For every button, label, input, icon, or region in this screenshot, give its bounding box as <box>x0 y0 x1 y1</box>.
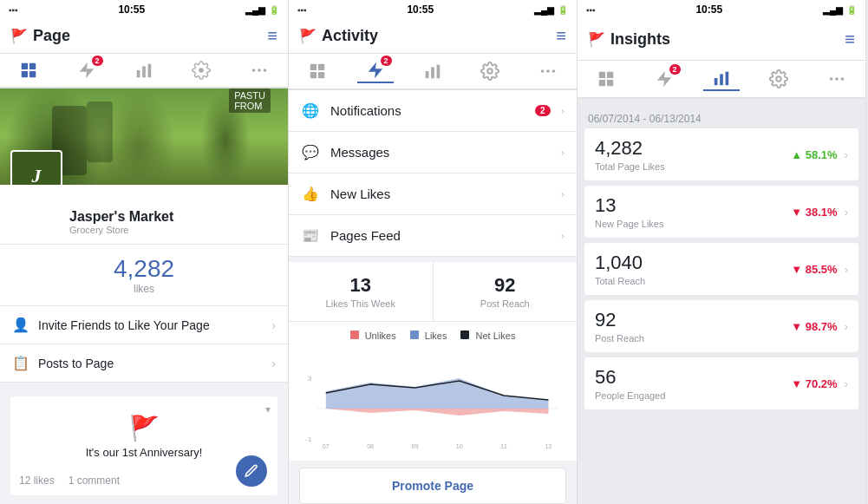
tab-settings-3[interactable] <box>760 68 797 90</box>
tab-chart-1[interactable] <box>126 59 162 82</box>
legend-unlikes: Unlikes <box>350 331 396 341</box>
svg-rect-13 <box>318 64 324 70</box>
likes-this-week-stat: 13 Likes This Week <box>289 262 434 321</box>
net-dot <box>460 331 469 339</box>
carrier-text-3: ▪▪▪ <box>586 5 596 15</box>
page-category: Grocery Store <box>69 225 277 235</box>
tab-more-1[interactable] <box>241 59 277 82</box>
tab-activity-1[interactable]: 2 <box>69 59 105 82</box>
tab-settings-2[interactable] <box>472 60 508 82</box>
time-3: 10:55 <box>695 3 722 16</box>
likes-count: 4,282 <box>10 255 277 283</box>
page-name: Jasper's Market <box>69 209 277 225</box>
insight-post-reach-left: 92 Post Reach <box>595 309 644 344</box>
unlikes-dot <box>350 331 359 339</box>
invite-label: Invite Friends to Like Your Page <box>38 318 263 332</box>
hamburger-menu-2[interactable]: ≡ <box>556 26 566 46</box>
svg-rect-36 <box>607 72 613 78</box>
svg-marker-4 <box>79 62 94 78</box>
svg-rect-5 <box>137 70 140 77</box>
svg-point-9 <box>252 69 256 72</box>
tab-chart-2[interactable] <box>414 60 451 82</box>
status-icons-1: ▂▄▆ 🔋 <box>245 5 279 15</box>
likes-week-num: 13 <box>296 274 426 297</box>
post-reach-stat: 92 Post Reach <box>434 262 578 321</box>
header-right-1: ≡ <box>267 26 277 46</box>
insight-people-engaged-left: 56 People Engaged <box>595 366 665 401</box>
insight-post-reach-lbl: Post Reach <box>595 333 644 344</box>
person-icon: 👤 <box>12 317 29 333</box>
time-1: 10:55 <box>118 3 145 16</box>
new-likes-item[interactable]: 👍 New Likes › <box>289 173 577 215</box>
flag-icon-3: 🚩 <box>588 31 605 48</box>
insight-people-engaged-right: ▼ 70.2% › <box>791 377 848 390</box>
chart-visualization: 3 -1 07 08 09 10 11 12 <box>299 348 566 452</box>
svg-point-46 <box>840 77 844 81</box>
likes-section: 4,282 likes <box>0 245 288 306</box>
insight-total-reach[interactable]: 1,040 Total Reach ▼ 85.5% › <box>584 243 858 295</box>
chevron-insight-1: › <box>845 206 848 219</box>
svg-point-44 <box>830 77 833 81</box>
insight-total-likes[interactable]: 4,282 Total Page Likes ▲ 58.1% › <box>584 128 858 180</box>
status-bar-2: ▪▪▪ 10:55 ▂▄▆ 🔋 <box>289 0 577 19</box>
post-reach-num: 92 <box>441 274 571 297</box>
insight-post-reach-num: 92 <box>595 309 644 331</box>
chevron-feed: › <box>561 229 565 242</box>
tab-settings-1[interactable] <box>183 59 219 82</box>
insight-total-likes-num: 4,282 <box>595 137 665 160</box>
svg-point-45 <box>835 77 839 81</box>
svg-rect-2 <box>22 71 28 77</box>
pages-feed-item[interactable]: 📰 Pages Feed › <box>289 215 577 257</box>
nav-tabs-2: 2 <box>289 54 577 90</box>
tab-activity-3[interactable]: 2 <box>646 68 682 90</box>
messages-item[interactable]: 💬 Messages › <box>289 132 577 173</box>
chevron-msg: › <box>561 146 565 159</box>
insight-new-likes-num: 13 <box>595 194 664 217</box>
svg-rect-19 <box>437 65 441 79</box>
insight-people-engaged[interactable]: 56 People Engaged ▼ 70.2% › <box>584 357 858 409</box>
tab-page-3[interactable] <box>588 68 624 90</box>
svg-rect-42 <box>726 72 729 86</box>
svg-rect-37 <box>599 80 605 86</box>
tab-page-2[interactable] <box>299 60 336 82</box>
insight-post-reach[interactable]: 92 Post Reach ▼ 98.7% › <box>584 300 858 352</box>
insight-total-likes-pct: ▲ 58.1% <box>791 148 837 161</box>
thumbs-up-icon: 👍 <box>301 186 320 202</box>
chevron-insight-0: › <box>845 148 848 161</box>
stats-row: 13 Likes This Week 92 Post Reach <box>289 262 577 322</box>
chevron-down-icon: ▾ <box>265 403 271 416</box>
post-flag-icon: 🚩 <box>129 414 160 442</box>
cover-photo: PASTUFROM J <box>0 88 288 185</box>
promote-page-button[interactable]: Promote Page <box>299 468 566 504</box>
svg-text:11: 11 <box>500 443 507 450</box>
panel-insights: ▪▪▪ 10:55 ▂▄▆ 🔋 🚩 Insights ≡ 2 <box>578 0 866 504</box>
tab-more-2[interactable] <box>530 60 566 82</box>
svg-point-21 <box>541 69 545 73</box>
signal-icon-2: ▂▄▆ <box>534 5 554 15</box>
invite-friends-action[interactable]: 👤 Invite Friends to Like Your Page › <box>0 306 288 344</box>
insight-post-reach-right: ▼ 98.7% › <box>791 320 848 333</box>
insight-total-likes-right: ▲ 58.1% › <box>791 148 848 161</box>
tab-more-3[interactable] <box>819 68 855 90</box>
hamburger-menu-1[interactable]: ≡ <box>267 26 277 46</box>
insight-new-likes-left: 13 New Page Likes <box>595 194 664 229</box>
flag-icon: 🚩 <box>10 28 28 44</box>
status-icons-3: ▂▄▆ 🔋 <box>823 5 857 15</box>
signal-icon: ▂▄▆ <box>245 5 265 15</box>
activity-menu: 🌐 Notifications 2 › 💬 Messages › 👍 New L… <box>289 90 577 257</box>
legend-likes: Likes <box>410 331 447 341</box>
likes-week-label: Likes This Week <box>296 298 426 309</box>
tab-activity-2[interactable]: 2 <box>357 59 394 83</box>
chevron-insight-2: › <box>845 263 848 276</box>
tab-page-1[interactable] <box>10 59 47 82</box>
notifications-item[interactable]: 🌐 Notifications 2 › <box>289 90 577 132</box>
share-button[interactable] <box>236 455 267 487</box>
tab-chart-3[interactable] <box>703 67 740 91</box>
hamburger-menu-3[interactable]: ≡ <box>845 29 855 49</box>
page-header: 🚩 Page ≡ <box>0 19 288 54</box>
posts-to-page-action[interactable]: 📋 Posts to Page › <box>0 344 288 383</box>
svg-text:08: 08 <box>367 443 374 450</box>
svg-text:-1: -1 <box>305 435 312 443</box>
activity-title: 🚩 Activity <box>299 27 378 45</box>
insight-new-likes[interactable]: 13 New Page Likes ▼ 38.1% › <box>584 186 858 238</box>
